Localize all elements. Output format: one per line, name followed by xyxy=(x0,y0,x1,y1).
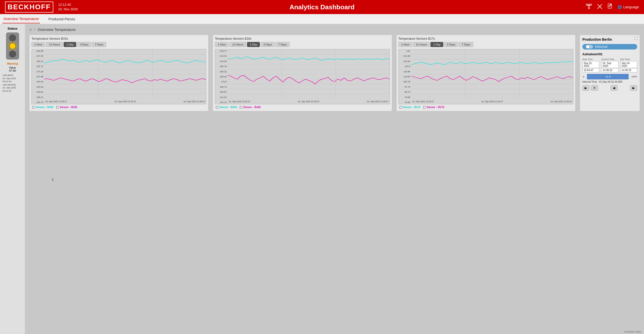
control-buttons: ▶ ✕ ◀ ▶ xyxy=(582,85,637,91)
nav-overview-temperature[interactable]: Overview Temperature xyxy=(3,15,40,23)
legend-b154: ✓ Sensor – B154 xyxy=(32,106,53,109)
right-panel: Production Berlin ⛶ Historical AufnahmeV… xyxy=(580,35,640,111)
chart-legend-b16x: ✓ Sensor – B164 ✓ Sensor – B165 xyxy=(215,105,390,109)
alarm-info: Last alarm: 24. Sep 2020 03:41:43 Last w… xyxy=(3,74,22,93)
btn-3days-b17x[interactable]: 3 Days xyxy=(444,42,458,47)
end-time-col: End Time Sep 24, 2020 14:36:32 xyxy=(620,58,637,72)
legend-b175: ✓ Sensor – B175 xyxy=(423,106,444,109)
breadcrumb-separator: > xyxy=(34,27,36,31)
toggle-circle xyxy=(586,45,593,49)
language-selector[interactable]: 🌐 Language xyxy=(618,5,639,9)
datetime: 12:12:40 20. Nov 2020 xyxy=(58,3,78,12)
nav-bar: Overview Temperature Produced Pieces xyxy=(0,14,644,24)
btn-7days-b15x[interactable]: 7 Days xyxy=(92,42,106,47)
btn-7days-b16x[interactable]: 7 Days xyxy=(275,42,290,47)
aufnahme-label: AufnahmeV01 xyxy=(582,53,637,56)
yellow-light xyxy=(9,42,16,50)
panel-close-icon[interactable]: ⛶ xyxy=(634,36,638,40)
chart-area-b15x: 204.96 197.55 190.13 182.71 175.29 167.8… xyxy=(31,49,206,104)
logo: BECKHOFF xyxy=(5,2,53,13)
stop-button[interactable]: ✕ xyxy=(591,85,598,91)
home-icon[interactable]: ⌂ xyxy=(29,27,32,32)
start-time-col: Start Time Sep 23, 2020 10:04:47 xyxy=(582,58,599,72)
chart-title-b17x: Temperature Sensors B17x xyxy=(398,37,573,40)
footer-text: Production Berlin xyxy=(624,330,641,333)
chart-legend-b15x: ✓ Sensor – B154 ✓ Sensor – B155 xyxy=(31,105,206,109)
btn-7days-b17x[interactable]: 7 Days xyxy=(459,42,473,47)
progress-bar[interactable]: >1 d xyxy=(587,74,629,79)
network-icon[interactable] xyxy=(586,4,592,11)
sidebar: Status Warning Value 97.60 Last alarm: 2… xyxy=(0,24,25,334)
nav-produced-pieces[interactable]: Produced Pieces xyxy=(48,15,76,23)
chart-svg-b17x xyxy=(411,49,573,99)
current-time-label: Current Time xyxy=(601,58,618,61)
red-light xyxy=(9,34,16,41)
header: BECKHOFF 12:12:40 20. Nov 2020 Analytics… xyxy=(0,0,644,14)
start-time-value: 10:04:47 xyxy=(582,68,599,72)
time-buttons-b17x: 1 Hour 12 Hours 1 Day 3 Days 7 Days xyxy=(398,42,573,47)
btn-1hour-b17x[interactable]: 1 Hour xyxy=(398,42,412,47)
interval-value: 01 Day 04:31:44.900 xyxy=(599,80,622,83)
btn-12hours-b15x[interactable]: 12 Hours xyxy=(46,42,63,47)
back-button[interactable]: ◀ xyxy=(611,85,618,91)
chart-panel-b17x: Temperature Sensors B17x 1 Hour 12 Hours… xyxy=(396,35,576,111)
toggle-dot xyxy=(586,45,589,48)
svg-rect-1 xyxy=(588,4,590,5)
chart-y-labels-b17x: 161 151.90 142.93 133.9 124.86 115.83 10… xyxy=(399,49,411,104)
nav-back-arrow[interactable]: ‹ xyxy=(52,175,54,183)
btn-1hour-b16x[interactable]: 1 Hour xyxy=(215,42,229,47)
btn-1day-b17x[interactable]: 1 Day xyxy=(430,42,443,47)
chart-svg-b15x xyxy=(44,49,206,99)
chart-x-axis-b16x: 23. Sep 2020 13:35:47 24. Sep 2020 01:35… xyxy=(228,99,389,104)
breadcrumb-text: Overview Temperature xyxy=(38,27,76,32)
progress-pause-icon: ⏸ xyxy=(582,75,585,78)
historical-button[interactable]: Historical xyxy=(582,44,637,50)
btn-1day-b15x[interactable]: 1 Day xyxy=(64,42,76,47)
chart-area-b17x: 161 151.90 142.93 133.9 124.86 115.83 10… xyxy=(398,49,573,104)
page-title: Analytics Dashboard xyxy=(290,3,355,11)
btn-12hours-b17x[interactable]: 12 Hours xyxy=(413,42,430,47)
play-button[interactable]: ▶ xyxy=(582,85,589,91)
interval-row: Interval Time: 01 Day 04:31:44.900 xyxy=(582,80,637,83)
status-label: Status xyxy=(8,27,18,30)
current-time-col: Current Time 24. Sep 2020 14:36:32 xyxy=(601,58,618,72)
traffic-light xyxy=(6,32,19,60)
svg-rect-0 xyxy=(586,4,588,5)
btn-3days-b15x[interactable]: 3 Days xyxy=(77,42,91,47)
chart-legend-b17x: ✓ Sensor – B174 ✓ Sensor – B175 xyxy=(398,105,573,109)
start-time-date: Sep 23, 2020 xyxy=(582,61,599,68)
current-time-value: 14:36:32 xyxy=(601,68,618,72)
progress-row: ⏸ >1 d 100% xyxy=(582,74,637,79)
chart-x-axis-b15x: 23. Sep 2020 13:35:47 24. Sep 2020 01:35… xyxy=(44,99,206,104)
progress-percent: 100% xyxy=(630,75,637,78)
content-area: ‹ ⌂ > Overview Temperature Temperature S… xyxy=(25,24,644,334)
legend-b165: ✓ Sensor – B165 xyxy=(240,106,261,109)
btn-12hours-b16x[interactable]: 12 Hours xyxy=(229,42,246,47)
btn-1hour-b15x[interactable]: 1 Hour xyxy=(31,42,45,47)
end-time-date: Sep 24, 2020 xyxy=(620,61,637,68)
progress-bar-fill: >1 d xyxy=(587,74,629,79)
start-time-label: Start Time xyxy=(582,58,599,61)
green-light xyxy=(9,51,16,58)
btn-1day-b16x[interactable]: 1 Day xyxy=(247,42,260,47)
chart-title-b15x: Temperature Sensors B15x xyxy=(31,37,206,40)
chart-x-axis-b17x: 23. Sep 2020 13:35:47 24. Sep 2020 01:35… xyxy=(411,99,573,104)
chart-y-labels-b16x: 229.77 219.91 210.05 200.18 190.32 180.4… xyxy=(215,49,228,104)
header-right: 🌐 Language xyxy=(586,4,639,11)
chart-area-b16x: 229.77 219.91 210.05 200.18 190.32 180.4… xyxy=(215,49,390,104)
doc-icon[interactable] xyxy=(608,4,613,11)
tools-icon[interactable] xyxy=(597,4,602,11)
btn-3days-b16x[interactable]: 3 Days xyxy=(261,42,275,47)
charts-row: Temperature Sensors B15x 1 Hour 12 Hours… xyxy=(29,35,640,111)
right-panel-title: Production Berlin xyxy=(582,37,637,41)
legend-b174: ✓ Sensor – B174 xyxy=(399,106,420,109)
time-row: Start Time Sep 23, 2020 10:04:47 Current… xyxy=(582,58,637,72)
time-buttons-b16x: 1 Hour 12 Hours 1 Day 3 Days 7 Days xyxy=(215,42,390,47)
forward-button[interactable]: ▶ xyxy=(630,85,637,91)
svg-rect-3 xyxy=(588,8,590,9)
end-time-label: End Time xyxy=(620,58,637,61)
current-time-date: 24. Sep 2020 xyxy=(601,61,618,68)
chart-panel-b15x: Temperature Sensors B15x 1 Hour 12 Hours… xyxy=(29,35,209,111)
chart-title-b16x: Temperature Sensors B16x xyxy=(215,37,390,40)
main-layout: Status Warning Value 97.60 Last alarm: 2… xyxy=(0,24,644,334)
